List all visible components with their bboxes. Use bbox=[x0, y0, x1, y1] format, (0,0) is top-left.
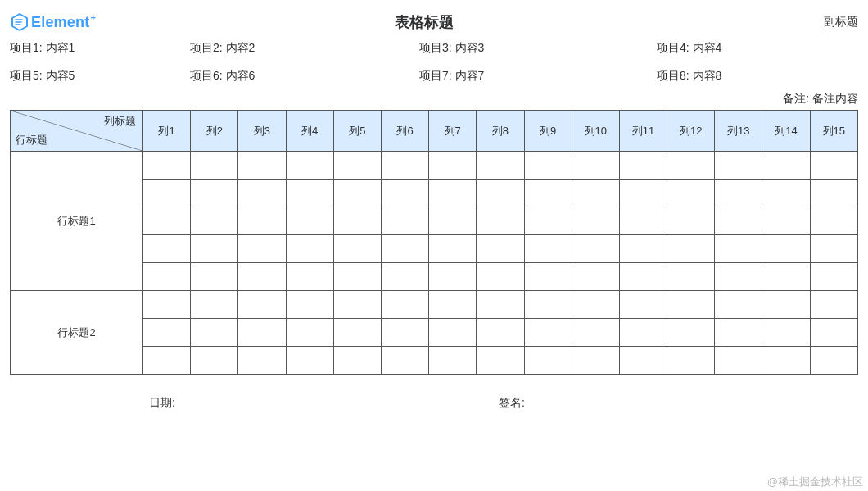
table-cell bbox=[238, 319, 286, 347]
table-cell bbox=[619, 207, 667, 235]
table-cell bbox=[477, 180, 524, 207]
table-cell bbox=[286, 263, 333, 291]
table-cell bbox=[762, 263, 810, 291]
table-cell bbox=[619, 235, 667, 263]
table-cell bbox=[810, 319, 857, 347]
table-cell bbox=[524, 180, 572, 207]
info-item: 项目8: 内容8 bbox=[657, 69, 858, 84]
row-group-header: 行标题2 bbox=[11, 291, 143, 375]
table-cell bbox=[810, 207, 857, 235]
item-label: 项目5 bbox=[10, 69, 39, 82]
sign-label: 签名: bbox=[499, 396, 525, 411]
item-label: 项目6 bbox=[190, 69, 219, 82]
table-cell bbox=[191, 152, 238, 180]
table-cell bbox=[381, 291, 428, 319]
table-cell bbox=[333, 180, 381, 207]
table-cell bbox=[238, 207, 286, 235]
table-cell bbox=[572, 180, 619, 207]
page-title: 表格标题 bbox=[56, 12, 793, 32]
row-group-header: 行标题1 bbox=[11, 152, 143, 291]
element-logo-icon bbox=[10, 12, 29, 32]
column-header: 列7 bbox=[429, 111, 477, 152]
table-cell bbox=[333, 235, 381, 263]
table-cell bbox=[477, 263, 524, 291]
column-header: 列2 bbox=[191, 111, 238, 152]
table-cell bbox=[429, 319, 477, 347]
table-cell bbox=[143, 235, 191, 263]
column-header: 列11 bbox=[619, 111, 667, 152]
table-cell bbox=[715, 152, 762, 180]
table-cell bbox=[572, 347, 619, 375]
table-cell bbox=[619, 180, 667, 207]
item-label: 项目2 bbox=[190, 41, 219, 54]
table-cell bbox=[810, 291, 857, 319]
table-cell bbox=[667, 235, 715, 263]
table-cell bbox=[810, 152, 857, 180]
table-cell bbox=[715, 263, 762, 291]
table-cell bbox=[810, 263, 857, 291]
table-cell bbox=[667, 291, 715, 319]
table-cell bbox=[191, 319, 238, 347]
table-cell bbox=[238, 235, 286, 263]
data-table: 列标题 行标题 列1列2列3列4列5列6列7列8列9列10列11列12列13列1… bbox=[10, 110, 858, 375]
table-cell bbox=[715, 319, 762, 347]
table-cell bbox=[286, 235, 333, 263]
table-cell bbox=[191, 347, 238, 375]
table-cell bbox=[333, 263, 381, 291]
table-cell bbox=[381, 152, 428, 180]
column-header: 列4 bbox=[286, 111, 333, 152]
info-item: 项目3: 内容3 bbox=[419, 41, 657, 56]
table-cell bbox=[524, 347, 572, 375]
info-item: 项目2: 内容2 bbox=[190, 41, 419, 56]
item-label: 项目4 bbox=[657, 41, 686, 54]
table-cell bbox=[667, 319, 715, 347]
item-label: 项目7 bbox=[419, 69, 449, 82]
table-cell bbox=[143, 291, 191, 319]
table-cell bbox=[477, 207, 524, 235]
table-cell bbox=[667, 263, 715, 291]
item-value: 内容8 bbox=[693, 69, 722, 82]
column-header: 列13 bbox=[715, 111, 762, 152]
table-cell bbox=[333, 319, 381, 347]
table-cell bbox=[715, 291, 762, 319]
item-value: 内容5 bbox=[46, 69, 75, 82]
page-subtitle: 副标题 bbox=[793, 15, 858, 30]
table-cell bbox=[143, 207, 191, 235]
table-row: 行标题2 bbox=[11, 291, 858, 319]
table-cell bbox=[143, 319, 191, 347]
table-cell bbox=[238, 347, 286, 375]
table-cell bbox=[619, 152, 667, 180]
table-cell bbox=[429, 207, 477, 235]
table-body: 行标题1行标题2 bbox=[11, 152, 858, 375]
table-cell bbox=[191, 180, 238, 207]
table-corner-cell: 列标题 行标题 bbox=[11, 111, 143, 152]
table-cell bbox=[191, 291, 238, 319]
table-cell bbox=[762, 291, 810, 319]
table-cell bbox=[572, 263, 619, 291]
table-cell bbox=[477, 347, 524, 375]
table-cell bbox=[143, 347, 191, 375]
table-cell bbox=[762, 207, 810, 235]
logo-plus: + bbox=[90, 12, 95, 22]
table-cell bbox=[762, 180, 810, 207]
column-header: 列1 bbox=[143, 111, 191, 152]
corner-col-label: 列标题 bbox=[104, 114, 136, 129]
table-cell bbox=[667, 347, 715, 375]
column-header: 列9 bbox=[524, 111, 572, 152]
table-cell bbox=[191, 263, 238, 291]
table-cell bbox=[381, 207, 428, 235]
item-value: 内容3 bbox=[455, 41, 485, 54]
watermark: @稀土掘金技术社区 bbox=[767, 475, 863, 489]
item-label: 项目3 bbox=[419, 41, 449, 54]
table-cell bbox=[572, 235, 619, 263]
table-cell bbox=[333, 152, 381, 180]
table-cell bbox=[286, 207, 333, 235]
table-cell bbox=[238, 263, 286, 291]
table-row: 行标题1 bbox=[11, 152, 858, 180]
table-cell bbox=[810, 235, 857, 263]
table-cell bbox=[477, 319, 524, 347]
table-cell bbox=[238, 152, 286, 180]
table-cell bbox=[429, 235, 477, 263]
table-cell bbox=[286, 319, 333, 347]
table-cell bbox=[429, 347, 477, 375]
